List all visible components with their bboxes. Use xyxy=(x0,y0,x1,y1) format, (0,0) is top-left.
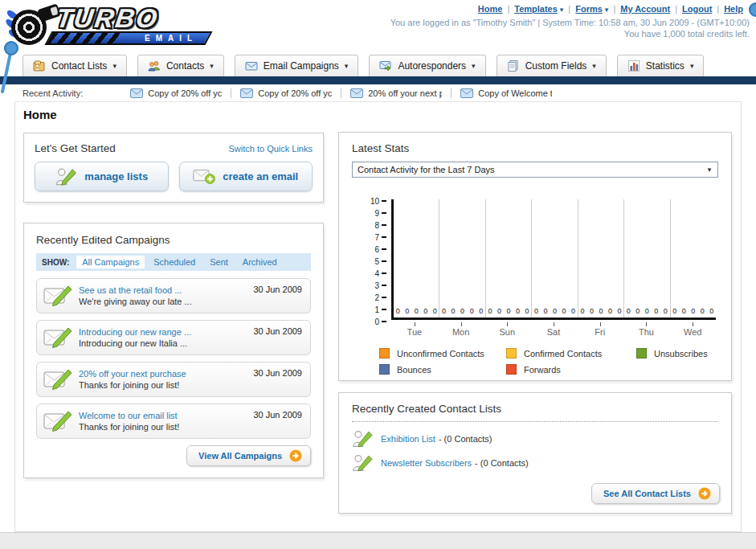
manage-lists-button[interactable]: manage lists xyxy=(35,162,169,191)
campaign-subtitle: Introducing our new Italia ... xyxy=(79,338,247,348)
contact-list-link[interactable]: Exhibition List xyxy=(381,434,435,444)
annotation-dot-icon xyxy=(749,2,756,17)
nav-link-templates[interactable]: Templates xyxy=(514,4,558,14)
campaign-title-link[interactable]: Introducing our new range ... xyxy=(79,327,247,337)
logo-text-turbo: TURBO xyxy=(54,3,161,34)
y-axis-tick xyxy=(382,212,386,214)
chevron-down-icon: ▾ xyxy=(472,62,476,70)
y-axis-tick-label: 7 xyxy=(374,232,379,241)
contact-activity-chart: 012345678910 0 0 0 0 00 0 0 0 00 0 0 0 0… xyxy=(352,199,718,338)
chart-group-mon: 0 0 0 0 0 xyxy=(439,199,485,318)
tab-contacts[interactable]: Contacts▾ xyxy=(137,55,224,76)
nav-link-my-account[interactable]: My Account xyxy=(620,4,670,14)
recent-activity-item[interactable]: Copy of Welcome tc xyxy=(452,88,561,98)
legend-swatch xyxy=(506,364,517,375)
arrow-circle-icon xyxy=(289,449,302,462)
campaign-date: 30 Jun 2009 xyxy=(253,326,302,336)
y-axis-tick xyxy=(382,321,386,322)
nav-underline-bar xyxy=(0,76,756,84)
bar-value-labels: 0 0 0 0 0 xyxy=(486,307,531,315)
chart-group-tue: 0 0 0 0 0 xyxy=(394,199,439,318)
nav-link-logout[interactable]: Logout xyxy=(682,4,712,14)
campaign-title-link[interactable]: See us at the retail food ... xyxy=(79,285,247,295)
chevron-down-icon: ▼ xyxy=(706,166,713,174)
y-axis-tick-label: 9 xyxy=(374,208,379,217)
tab-email-campaigns[interactable]: Email Campaigns▾ xyxy=(235,55,359,76)
campaign-subtitle: We're giving away our late ... xyxy=(79,297,247,306)
x-axis-tick-label: Sun xyxy=(484,322,530,337)
chart-group-wed: 0 0 0 0 0 xyxy=(671,199,716,318)
tab-custom-fields[interactable]: Custom Fields▾ xyxy=(497,55,607,76)
contacts-icon xyxy=(148,59,161,72)
page-title: Home xyxy=(23,108,57,121)
contact-list-item[interactable]: Newsletter Subscribers- (0 Contacts) xyxy=(352,451,718,475)
nav-link-forms[interactable]: Forms xyxy=(575,4,603,14)
recent-activity-item[interactable]: Copy of 20% off yc xyxy=(231,88,341,98)
tab-contact-lists[interactable]: Contact Lists▾ xyxy=(22,55,127,76)
chevron-down-icon: ▾ xyxy=(605,6,609,14)
contact-list-link[interactable]: Newsletter Subscribers xyxy=(381,458,472,468)
campaign-row[interactable]: Introducing our new range ...Introducing… xyxy=(36,320,311,355)
recent-activity-item[interactable]: Copy of 20% off yc xyxy=(121,88,231,98)
envelope-icon xyxy=(460,88,473,98)
nav-link-home[interactable]: Home xyxy=(478,4,503,14)
envelope-pencil-icon xyxy=(43,284,72,308)
y-axis-tick xyxy=(382,248,386,250)
autoresponders-icon xyxy=(379,59,392,72)
see-all-contact-lists-button[interactable]: See All Contact Lists xyxy=(591,483,720,504)
filter-all-campaigns[interactable]: All Campaigns xyxy=(76,256,145,268)
arrow-circle-icon xyxy=(698,487,711,500)
tab-autoresponders[interactable]: Autoresponders▾ xyxy=(369,55,485,76)
contact-list-count: - (0 Contacts) xyxy=(439,434,492,444)
y-axis-tick-label: 4 xyxy=(374,268,379,277)
stats-report-select[interactable]: Contact Activity for the Last 7 Days ▼ xyxy=(352,162,718,178)
y-axis-tick xyxy=(382,200,386,202)
statistics-icon xyxy=(627,59,640,72)
chevron-down-icon: ▾ xyxy=(690,62,694,70)
campaign-title-link[interactable]: Welcome to our email list xyxy=(79,411,247,420)
filter-scheduled[interactable]: Scheduled xyxy=(148,256,201,268)
logo-email-bar: EMAIL xyxy=(44,31,212,45)
chart-legend: Unconfirmed ContactsConfirmed ContactsUn… xyxy=(379,348,718,375)
campaign-row[interactable]: See us at the retail food ...We're givin… xyxy=(36,278,311,313)
x-axis-tick-label: Sat xyxy=(530,322,577,337)
legend-item: Confirmed Contacts xyxy=(506,348,636,358)
get-started-panel: Let's Get Started Switch to Quick Links … xyxy=(23,133,324,203)
campaign-date: 30 Jun 2009 xyxy=(253,285,302,294)
switch-quick-links-link[interactable]: Switch to Quick Links xyxy=(228,144,313,154)
contact-list-item[interactable]: Exhibition List- (0 Contacts) xyxy=(352,427,718,451)
campaign-date: 30 Jun 2009 xyxy=(253,410,302,420)
get-started-title: Let's Get Started xyxy=(35,142,116,154)
y-axis-tick xyxy=(382,260,386,262)
legend-swatch xyxy=(379,348,390,358)
y-axis-tick-label: 2 xyxy=(374,293,379,301)
tab-statistics[interactable]: Statistics▾ xyxy=(617,55,705,76)
x-axis-tick-label: Mon xyxy=(438,322,484,337)
chevron-down-icon: ▾ xyxy=(592,62,596,70)
campaign-title-link[interactable]: 20% off your next purchase xyxy=(79,369,247,379)
top-nav: Home|Templates▾|Forms▾|My Account|Logout… xyxy=(478,4,743,14)
create-email-button[interactable]: create an email xyxy=(179,162,313,191)
page-footer xyxy=(0,532,756,549)
view-all-campaigns-button[interactable]: View All Campaigns xyxy=(186,445,311,466)
y-axis-tick xyxy=(382,272,386,274)
y-axis-tick-label: 10 xyxy=(370,196,379,205)
y-axis-tick xyxy=(382,224,386,226)
filter-archived[interactable]: Archived xyxy=(237,256,283,268)
campaign-row[interactable]: 20% off your next purchaseThanks for joi… xyxy=(36,362,311,397)
y-axis-tick xyxy=(382,285,386,286)
session-text: You are logged in as "Timothy Smith" | S… xyxy=(390,18,750,27)
campaign-subtitle: Thanks for joining our list! xyxy=(79,380,247,390)
x-axis-tick-label: Thu xyxy=(623,322,670,337)
bar-value-labels: 0 0 0 0 0 xyxy=(624,307,669,315)
x-axis-tick-label: Fri xyxy=(577,322,623,337)
recent-activity-item[interactable]: 20% off your next p xyxy=(341,88,452,98)
app-logo: TURBO EMAIL xyxy=(6,5,217,48)
chevron-down-icon: ▾ xyxy=(112,62,116,70)
y-axis-tick xyxy=(382,297,386,298)
nav-link-help[interactable]: Help xyxy=(724,4,743,14)
campaign-row[interactable]: Welcome to our email listThanks for join… xyxy=(36,404,311,439)
filter-sent[interactable]: Sent xyxy=(204,256,234,268)
y-axis-tick-label: 3 xyxy=(374,281,379,289)
campaign-subtitle: Thanks for joining our list! xyxy=(79,422,247,432)
